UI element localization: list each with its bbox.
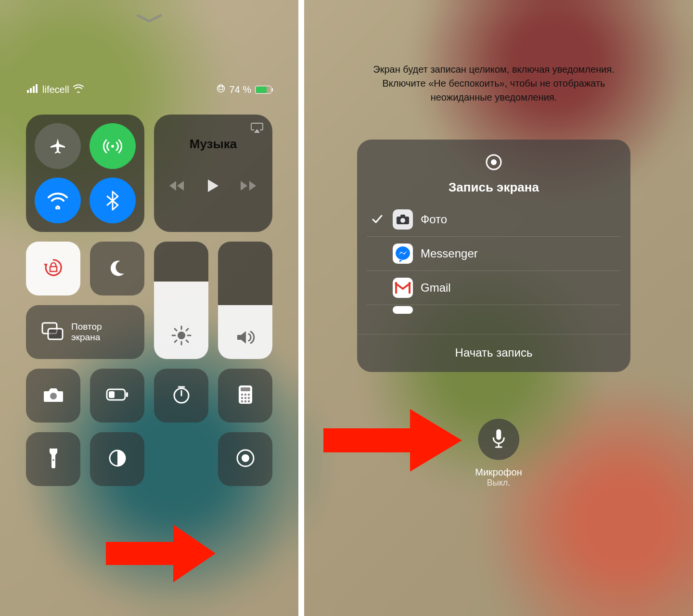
svg-point-27 [244, 394, 246, 396]
svg-point-33 [244, 400, 246, 403]
flashlight-tile[interactable] [26, 432, 80, 486]
svg-point-17 [50, 393, 57, 399]
orientation-lock-icon [42, 256, 65, 281]
svg-rect-0 [27, 90, 29, 93]
volume-slider[interactable] [218, 242, 272, 359]
calculator-icon [238, 385, 253, 407]
connectivity-group [26, 115, 144, 232]
media-tile[interactable]: Музыка [154, 115, 272, 232]
svg-point-26 [241, 394, 243, 396]
photos-app-icon [393, 209, 413, 230]
svg-rect-25 [241, 387, 250, 391]
svg-point-5 [111, 145, 114, 148]
cellular-bars-icon [27, 84, 38, 95]
svg-point-32 [241, 400, 243, 403]
antenna-icon [102, 136, 123, 157]
svg-point-34 [247, 400, 250, 403]
svg-rect-2 [33, 86, 35, 93]
brightness-slider[interactable] [154, 242, 208, 359]
airplane-icon [48, 137, 67, 156]
media-title: Музыка [190, 137, 237, 152]
svg-point-30 [244, 397, 246, 399]
orientation-lock-icon [217, 84, 225, 95]
svg-line-11 [175, 329, 177, 331]
image-divider [298, 0, 304, 616]
wifi-toggle[interactable] [35, 178, 81, 223]
screen-mirroring-label: Повтор экрана [71, 321, 129, 343]
forward-button[interactable] [241, 180, 257, 193]
row-label: Messenger [421, 247, 478, 260]
battery-icon [106, 388, 129, 403]
play-button[interactable] [207, 179, 219, 195]
wifi-icon [73, 84, 84, 95]
svg-rect-48 [496, 429, 501, 440]
flashlight-icon [48, 448, 59, 471]
svg-rect-19 [126, 392, 128, 397]
svg-point-41 [491, 159, 497, 165]
screen-record-tile[interactable] [218, 432, 272, 486]
messenger-app-icon [393, 244, 413, 264]
empty-slot [154, 432, 208, 486]
low-power-tile[interactable] [90, 369, 144, 423]
microphone-label: Микрофон [475, 467, 522, 478]
battery-percent: 74 % [229, 84, 251, 95]
target-row-gmail[interactable]: Gmail [367, 271, 621, 305]
gmail-app-icon [393, 278, 413, 298]
cellular-data-toggle[interactable] [90, 123, 136, 169]
bluetooth-icon [106, 191, 119, 211]
volume-icon [235, 329, 256, 347]
svg-rect-47 [409, 282, 411, 294]
status-bar: lifecell 74 % [0, 84, 298, 95]
carrier-name: lifecell [42, 84, 69, 95]
recording-notice: Экран будет записан целиком, включая уве… [357, 63, 630, 104]
mirroring-icon [41, 322, 64, 343]
camera-icon [43, 386, 64, 405]
svg-rect-46 [395, 282, 397, 294]
start-recording-button[interactable]: Начать запись [357, 334, 630, 372]
svg-point-38 [242, 454, 249, 462]
timer-icon [172, 385, 191, 406]
rewind-button[interactable] [169, 180, 186, 193]
target-row-photos[interactable]: Фото [367, 203, 621, 237]
svg-line-13 [175, 340, 177, 342]
svg-point-43 [400, 218, 405, 223]
screen-mirroring-tile[interactable]: Повтор экрана [26, 305, 144, 359]
target-row-more[interactable] [367, 305, 621, 315]
airplane-mode-toggle[interactable] [35, 123, 81, 169]
timer-tile[interactable] [154, 369, 208, 423]
microphone-icon [491, 428, 506, 450]
svg-rect-3 [36, 84, 38, 93]
screen-recording-modal: Запись экрана Фото Messenger Gmail [357, 140, 630, 372]
row-label: Gmail [421, 281, 451, 295]
dark-mode-tile[interactable] [90, 432, 144, 486]
bluetooth-toggle[interactable] [90, 178, 136, 223]
control-center-screen: lifecell 74 % [0, 0, 298, 616]
svg-point-28 [247, 394, 250, 396]
record-icon [235, 448, 256, 470]
screen-recording-modal-screen: Экран будет записан целиком, включая уве… [304, 0, 693, 616]
svg-rect-16 [48, 329, 63, 339]
airplay-icon[interactable] [250, 121, 264, 135]
svg-point-6 [178, 332, 185, 339]
microphone-block: Микрофон Выкл. [475, 419, 522, 488]
target-row-messenger[interactable]: Messenger [367, 237, 621, 271]
wifi-icon [47, 192, 69, 209]
svg-line-14 [186, 329, 188, 331]
svg-rect-44 [400, 215, 405, 217]
calculator-tile[interactable] [218, 369, 272, 423]
battery-icon [255, 86, 271, 94]
svg-point-31 [247, 397, 250, 399]
microphone-toggle[interactable] [478, 419, 519, 460]
do-not-disturb-tile[interactable] [90, 242, 144, 295]
moon-icon [108, 258, 127, 279]
orientation-lock-tile[interactable] [26, 242, 80, 295]
svg-point-35 [52, 459, 54, 461]
check-icon [370, 215, 385, 224]
svg-rect-1 [30, 88, 32, 93]
svg-line-12 [186, 340, 188, 342]
record-icon [485, 153, 503, 173]
row-label: Фото [421, 213, 447, 226]
chevron-down-icon[interactable] [136, 13, 163, 26]
half-circle-icon [108, 449, 127, 470]
camera-tile[interactable] [26, 369, 80, 423]
